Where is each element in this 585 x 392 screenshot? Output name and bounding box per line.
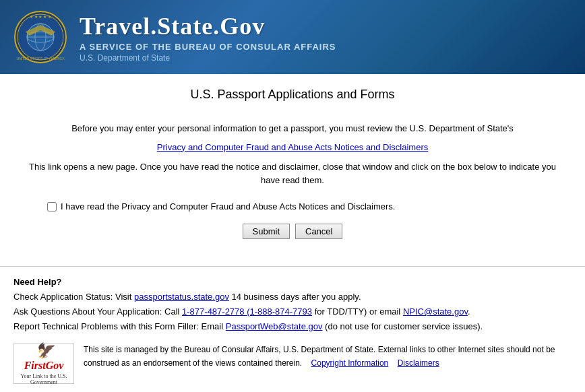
questions-end: .: [468, 306, 470, 317]
help-tech-text: Report Technical Problems with this Form…: [13, 321, 226, 331]
header-text-block: Travel.State.Gov A SERVICE OF THE BUREAU…: [80, 12, 336, 63]
seal-logo: ★ ★ ★ ★ ★ UNITED STATES OF AMERICA: [13, 10, 67, 64]
site-title: Travel.State.Gov: [80, 12, 336, 40]
firstgov-text: FirstGov: [24, 360, 64, 372]
help-title-text: Need Help?: [13, 277, 62, 287]
notice-text: This link opens a new page. Once you hav…: [20, 160, 565, 189]
button-row: Submit Cancel: [20, 224, 565, 239]
site-header: ★ ★ ★ ★ ★ UNITED STATES OF AMERICA Trave…: [0, 0, 585, 74]
firstgov-sub: Your Link to the U.S. Government: [14, 373, 73, 385]
checkbox-label[interactable]: I have read the Privacy and Computer Fra…: [61, 201, 395, 211]
svg-text:★ ★ ★ ★ ★: ★ ★ ★ ★ ★: [30, 15, 51, 19]
firstgov-logo: 🦅 FirstGov Your Link to the U.S. Governm…: [13, 344, 74, 384]
intro-paragraph: Before you may enter your personal infor…: [20, 122, 565, 135]
disclaimers-link[interactable]: Disclaimers: [398, 358, 439, 368]
main-content: U.S. Passport Applications and Forms Bef…: [0, 74, 585, 266]
passport-status-link[interactable]: passportstatus.state.gov: [134, 292, 229, 302]
help-questions-text: Ask Questions About Your Application: Ca…: [13, 306, 182, 317]
help-section: Need Help? Check Application Status: Vis…: [13, 275, 572, 334]
tech-end: (do not use for customer service issues)…: [323, 321, 483, 331]
checkbox-row: I have read the Privacy and Computer Fra…: [47, 201, 565, 211]
help-title: Need Help?: [13, 275, 572, 290]
page-title: U.S. Passport Applications and Forms: [20, 88, 565, 105]
cancel-button[interactable]: Cancel: [295, 224, 342, 239]
help-status-suffix: 14 business days after you apply.: [229, 292, 361, 302]
npic-email-link[interactable]: NPIC@state.gov: [403, 306, 468, 317]
privacy-link[interactable]: Privacy and Computer Fraud and Abuse Act…: [20, 142, 565, 152]
intro-text: Before you may enter your personal infor…: [71, 123, 514, 133]
help-status-row: Check Application Status: Visit passport…: [13, 290, 572, 304]
passportweb-email-link[interactable]: PassportWeb@state.gov: [226, 321, 323, 331]
help-status-text: Check Application Status: Visit: [13, 292, 134, 302]
agreement-checkbox[interactable]: [47, 202, 57, 211]
svg-text:UNITED STATES OF AMERICA: UNITED STATES OF AMERICA: [17, 57, 65, 61]
help-questions-row: Ask Questions About Your Application: Ca…: [13, 304, 572, 319]
questions-phone-link[interactable]: 1-877-487-2778 (1-888-874-7793: [182, 306, 312, 317]
firstgov-eagle-icon: 🦅: [35, 342, 53, 360]
header-department: U.S. Department of State: [80, 53, 336, 63]
help-tech-row: Report Technical Problems with this Form…: [13, 319, 572, 334]
header-subtitle: A SERVICE OF THE BUREAU OF CONSULAR AFFA…: [80, 42, 336, 52]
copyright-link[interactable]: Copyright Information: [311, 358, 389, 368]
footer-description-block: This site is managed by the Bureau of Co…: [84, 344, 572, 369]
footer: Need Help? Check Application Status: Vis…: [0, 266, 585, 392]
submit-button[interactable]: Submit: [243, 224, 290, 239]
firstgov-section: 🦅 FirstGov Your Link to the U.S. Governm…: [13, 344, 572, 384]
questions-middle: for TDD/TTY) or email: [312, 306, 403, 317]
